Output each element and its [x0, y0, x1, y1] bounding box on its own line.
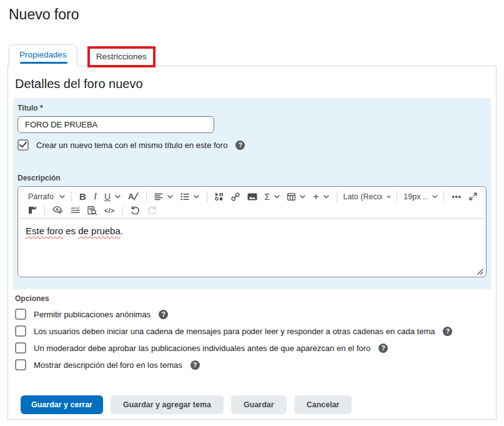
alignment-dropdown[interactable]: [151, 192, 177, 202]
option-row-anonymous: Permitir publicaciones anónimas ?: [15, 309, 496, 320]
moderated-posts-label: Un moderador debe aprobar las publicacio…: [34, 344, 370, 353]
save-and-close-button[interactable]: Guardar y cerrar: [21, 395, 103, 414]
option-row-moderated: Un moderador debe aprobar las publicacio…: [15, 342, 496, 354]
editor-toolbar-row1: Párrafo B I U A: [18, 187, 486, 204]
list-dropdown[interactable]: [177, 192, 203, 202]
chevron-down-icon: [59, 195, 65, 199]
chevron-down-icon: [167, 195, 173, 199]
anonymous-posts-checkbox[interactable]: [15, 309, 26, 320]
underline-label: U: [104, 192, 111, 202]
help-icon[interactable]: ?: [443, 327, 452, 336]
help-icon[interactable]: ?: [159, 310, 168, 319]
toolbar-separator: [207, 191, 207, 202]
tab-propiedades-label: Propiedades: [19, 50, 67, 59]
insert-stuff-button[interactable]: [211, 191, 227, 202]
rich-text-editor: Párrafo B I U A: [17, 186, 487, 277]
table-dropdown[interactable]: [284, 192, 309, 202]
chevron-down-icon: [115, 195, 121, 199]
toolbar-separator: [443, 191, 444, 202]
insert-link-button[interactable]: [227, 191, 244, 202]
bold-button[interactable]: B: [76, 190, 90, 203]
table-icon: [287, 193, 295, 201]
equation-dropdown[interactable]: Σ: [261, 191, 284, 203]
font-family-dropdown[interactable]: Lato (Recom...: [340, 191, 393, 202]
link-icon: [231, 192, 240, 201]
preview-icon: [87, 206, 97, 215]
title-label: Título *: [17, 104, 487, 112]
toolbar-right-group: •••: [440, 191, 481, 202]
format-painter-icon: [28, 206, 37, 214]
tab-bar: Propiedades Restricciones: [9, 44, 497, 66]
chevron-down-icon: [274, 195, 280, 199]
help-icon[interactable]: ?: [378, 344, 388, 353]
help-icon[interactable]: ?: [235, 141, 245, 150]
undo-button[interactable]: [127, 205, 144, 215]
cancel-button[interactable]: Cancelar: [294, 395, 352, 414]
fullscreen-button[interactable]: [465, 191, 481, 202]
source-code-button[interactable]: </>: [101, 206, 119, 215]
save-button[interactable]: Guardar: [231, 395, 287, 414]
format-painter-button[interactable]: [24, 205, 41, 215]
page-title: Nuevo foro: [9, 6, 504, 23]
chevron-down-icon: [194, 195, 199, 199]
font-size-dropdown[interactable]: 19px ...: [401, 191, 440, 202]
create-topic-checkbox[interactable]: [17, 139, 29, 151]
action-buttons: Guardar y cerrar Guardar y agregar tema …: [21, 395, 496, 414]
insert-stuff-icon: [215, 192, 224, 201]
toolbar-separator: [397, 191, 397, 202]
fullscreen-icon: [469, 192, 477, 201]
resize-grip-icon: [477, 269, 483, 275]
toolbar-separator: [146, 191, 147, 202]
must-start-thread-checkbox[interactable]: [15, 325, 26, 337]
moderated-posts-checkbox[interactable]: [15, 342, 26, 354]
description-label: Descripción: [17, 174, 487, 182]
new-forum-page: Nuevo foro Propiedades Restricciones Det…: [0, 0, 504, 426]
options-label: Opciones: [15, 294, 496, 303]
bullet-list-icon: [180, 193, 189, 201]
save-and-add-topic-button[interactable]: Guardar y agregar tema: [111, 395, 224, 414]
accessibility-checker-button[interactable]: [49, 205, 67, 215]
editor-text-segment: Este foro: [26, 225, 63, 236]
description-editor-content[interactable]: Este foro es de prueba.: [18, 219, 486, 277]
active-tab-underline: [20, 62, 67, 64]
more-actions-button[interactable]: •••: [448, 191, 465, 202]
title-input[interactable]: [17, 116, 214, 133]
paragraph-style-value: Párrafo: [28, 192, 54, 201]
editor-toolbar-row2: 123 </>: [18, 204, 486, 219]
redo-icon: [147, 206, 157, 214]
show-description-checkbox[interactable]: [15, 359, 26, 370]
help-icon[interactable]: ?: [190, 360, 200, 370]
paragraph-style-dropdown[interactable]: Párrafo: [23, 191, 67, 202]
eye-check-icon: [52, 206, 63, 214]
annotation-highlight: Restricciones: [87, 46, 156, 67]
editor-text-segment: es: [63, 225, 78, 236]
create-topic-row: Crear un nuevo tema con el mismo título …: [17, 139, 487, 151]
chevron-down-icon: [432, 195, 437, 199]
option-row-show-description: Mostrar descripción del foro en los tema…: [15, 359, 496, 370]
font-color-button[interactable]: A: [124, 191, 142, 202]
editor-text-segment: de prueba: [78, 225, 121, 236]
undo-icon: [131, 206, 140, 214]
preview-button[interactable]: [84, 205, 101, 216]
insert-more-dropdown[interactable]: +: [309, 190, 332, 204]
toolbar-separator: [122, 205, 123, 215]
toolbar-separator: [71, 191, 72, 202]
insert-image-button[interactable]: [244, 192, 261, 202]
sigma-icon: Σ: [265, 192, 270, 202]
image-icon: [247, 193, 257, 201]
align-left-icon: [154, 193, 163, 201]
tab-restricciones[interactable]: Restricciones: [90, 49, 153, 65]
chevron-down-icon: [300, 195, 305, 199]
toolbar-separator: [337, 191, 337, 202]
anonymous-posts-label: Permitir publicaciones anónimas: [34, 310, 151, 319]
underline-dropdown[interactable]: U: [101, 191, 124, 203]
italic-button[interactable]: I: [90, 190, 101, 203]
tab-propiedades[interactable]: Propiedades: [9, 44, 77, 66]
word-count-button[interactable]: 123: [67, 206, 84, 215]
editor-resize-handle[interactable]: [477, 269, 483, 275]
redo-button[interactable]: [144, 205, 161, 215]
details-section: Título * Crear un nuevo tema con el mism…: [13, 98, 491, 289]
properties-panel: Detalles del foro nuevo Título * Crear u…: [7, 66, 497, 420]
chevron-down-icon: [387, 195, 391, 199]
word-count-icon: 123: [71, 207, 80, 214]
